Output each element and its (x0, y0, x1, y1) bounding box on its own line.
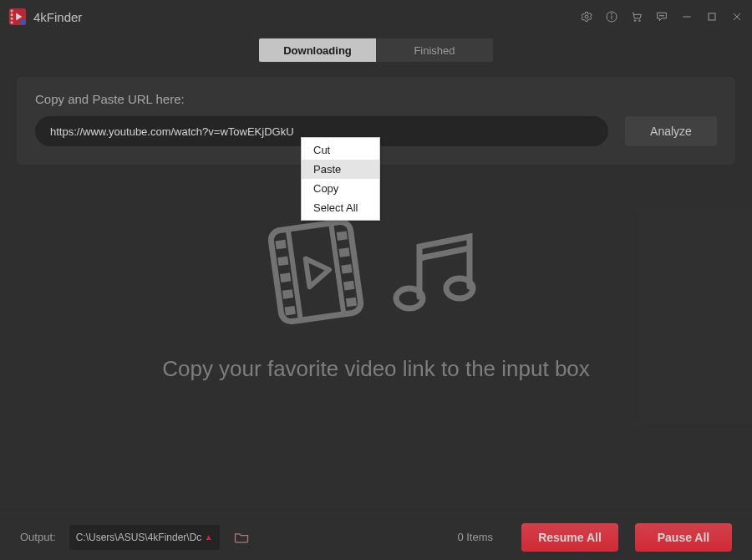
film-icon (266, 217, 366, 326)
svg-point-12 (638, 20, 640, 22)
context-select-all[interactable]: Select All (302, 198, 379, 217)
svg-rect-30 (341, 264, 352, 274)
tabs: Downloading Finished (259, 38, 493, 62)
svg-rect-28 (337, 231, 348, 241)
titlebar-left: 4kFinder (8, 8, 82, 26)
minimize-icon[interactable] (680, 10, 694, 23)
context-paste[interactable]: Paste (302, 160, 379, 179)
svg-rect-27 (285, 306, 296, 316)
svg-rect-23 (275, 240, 286, 250)
svg-point-15 (663, 15, 663, 16)
output-path-text: C:\Users\ASUS\4kFinder\Dc (76, 532, 201, 543)
titlebar: 4kFinder (0, 0, 752, 33)
context-cut[interactable]: Cut (302, 140, 379, 160)
svg-point-14 (661, 15, 662, 16)
svg-rect-3 (11, 18, 13, 20)
svg-rect-32 (346, 298, 357, 308)
bottom-bar: Output: C:\Users\ASUS\4kFinder\Dc ▲ 0 It… (0, 513, 752, 560)
svg-point-13 (659, 15, 660, 16)
context-copy[interactable]: Copy (302, 179, 379, 198)
app-logo-icon (8, 8, 27, 26)
resume-all-button[interactable]: Resume All (521, 523, 618, 552)
analyze-button[interactable]: Analyze (625, 116, 717, 146)
svg-rect-17 (709, 13, 715, 20)
open-folder-icon[interactable] (233, 529, 250, 546)
tab-finished[interactable]: Finished (376, 38, 493, 62)
info-icon[interactable] (605, 10, 618, 23)
app-window: 4kFinder (0, 0, 752, 560)
feedback-icon[interactable] (655, 10, 668, 23)
caret-up-icon: ▲ (205, 532, 213, 542)
svg-rect-26 (282, 289, 293, 299)
svg-point-10 (611, 13, 612, 14)
svg-rect-29 (338, 247, 349, 257)
close-icon[interactable] (730, 10, 744, 23)
empty-state-hint: Copy your favorite video link to the inp… (162, 356, 590, 382)
tab-downloading[interactable]: Downloading (259, 38, 376, 62)
svg-point-11 (634, 20, 636, 22)
empty-state: Copy your favorite video link to the inp… (0, 217, 752, 382)
svg-rect-2 (11, 13, 13, 16)
gear-icon[interactable] (580, 10, 593, 23)
items-count: 0 Items (457, 531, 493, 543)
empty-state-illustration (266, 217, 486, 326)
svg-marker-33 (306, 256, 331, 287)
pause-all-button[interactable]: Pause All (635, 523, 732, 552)
svg-rect-4 (11, 22, 13, 24)
music-note-icon (386, 221, 486, 322)
output-label: Output: (20, 531, 56, 543)
svg-rect-1 (11, 10, 13, 13)
output-path-dropdown[interactable]: C:\Users\ASUS\4kFinder\Dc ▲ (69, 525, 220, 550)
cart-icon[interactable] (630, 10, 643, 23)
svg-rect-25 (280, 272, 291, 283)
svg-point-6 (20, 19, 25, 24)
app-title: 4kFinder (33, 10, 82, 24)
titlebar-right (580, 10, 744, 23)
tab-bar: Downloading Finished (0, 33, 752, 67)
maximize-icon[interactable] (705, 10, 719, 23)
context-menu: Cut Paste Copy Select All (301, 137, 380, 221)
svg-point-7 (585, 15, 588, 18)
url-label: Copy and Paste URL here: (35, 92, 717, 106)
svg-rect-24 (277, 257, 288, 267)
svg-rect-31 (343, 281, 354, 291)
